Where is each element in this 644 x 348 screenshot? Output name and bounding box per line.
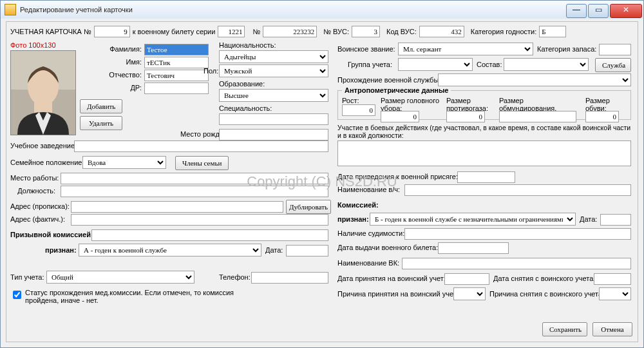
service-pass-select[interactable] (438, 73, 631, 86)
photo-frame (10, 50, 76, 135)
recognized2-select[interactable]: Б - годен к военной службе с незначитель… (370, 213, 576, 226)
addr-reg-label: Адрес (прописка): (10, 202, 70, 210)
birthplace-label: Место рожд: (180, 130, 222, 138)
edu-inst-label: Учебное заведение: (10, 142, 77, 150)
speciality-label: Специальность: (219, 104, 272, 112)
nationality-select[interactable]: Адыгейцы (219, 50, 328, 63)
service-pass-label: Прохождение военной службы: (337, 76, 440, 84)
unit-name-input[interactable] (404, 184, 631, 196)
dereg-reason-label: Причина снятия с воинского учета: (489, 290, 604, 298)
uniform-label: Размер обмундирования, ростовка: (499, 97, 583, 111)
sostav-label: Состав: (477, 61, 502, 68)
series-input[interactable] (218, 26, 245, 37)
lastname-input[interactable] (144, 44, 209, 55)
education-select[interactable]: Высшее (219, 89, 328, 102)
shoes-input[interactable] (585, 111, 619, 122)
height-label: Рост: (342, 97, 378, 104)
recognized2-label: признан: (337, 215, 369, 223)
close-button[interactable]: ✕ (610, 4, 642, 18)
duplicate-address-button[interactable]: Дублировать (286, 200, 331, 214)
head-input[interactable] (381, 111, 419, 122)
education-label: Образование: (219, 80, 265, 88)
sex-select[interactable]: Мужской (219, 64, 328, 77)
midname-input[interactable] (144, 70, 209, 81)
firstname-input[interactable] (144, 57, 209, 68)
card-no-input[interactable] (94, 26, 130, 37)
account-type-label: Тип учета: (10, 273, 44, 281)
draft-commission-input[interactable] (91, 229, 328, 241)
speciality-input[interactable] (219, 113, 328, 125)
sex-label: Пол: (204, 67, 218, 75)
unit-name-label: Наименование в/ч: (337, 186, 400, 193)
oath-date-input[interactable] (457, 171, 515, 183)
reg-reason-select[interactable] (453, 287, 486, 300)
med-status-checkbox[interactable] (13, 291, 21, 299)
mask-input[interactable] (446, 111, 485, 122)
midname-label: Отчество: (103, 71, 142, 79)
birthplace-input[interactable] (219, 129, 328, 140)
service-button[interactable]: Служба (595, 58, 631, 72)
shoes-label: Размер обуви: (585, 97, 624, 111)
reserve-cat-input[interactable] (599, 44, 631, 55)
sostav-select[interactable] (504, 58, 589, 71)
codevus-input[interactable] (419, 26, 464, 37)
reg-reason-label: Причина принятия на воинский учет: (337, 290, 459, 298)
addr-reg-input[interactable] (71, 201, 283, 213)
oath-date-label: Дата приведения к военной присяге: (337, 173, 458, 180)
dr-label: ДР: (103, 84, 142, 92)
anthro-legend: Антропометрические данные (342, 86, 451, 94)
comm2-date-label: Дата: (580, 215, 597, 223)
maximize-button[interactable]: ▭ (588, 4, 609, 18)
reg-date-label: Дата принятия на воинский учет: (337, 275, 446, 282)
nationality-label: Национальность: (219, 41, 276, 49)
app-icon (5, 4, 16, 15)
draft-commission-label: Призывной комиссией: (10, 231, 93, 238)
add-photo-button[interactable]: Добавить (80, 99, 122, 113)
head-label: Размер головного убора: (381, 97, 444, 111)
codevus-label: Код ВУС: (386, 28, 417, 35)
reserve-cat-label: Категория запаса: (537, 45, 596, 53)
minimize-button[interactable]: — (566, 4, 587, 18)
combat-textarea[interactable] (337, 140, 631, 166)
lastname-label: Фамилия: (103, 45, 142, 53)
conviction-input[interactable] (404, 228, 631, 240)
vus-input[interactable] (352, 26, 380, 37)
title-bar: Редактирование учетной карточки — ▭ ✕ (1, 1, 643, 19)
reg-date-input[interactable] (444, 273, 489, 285)
cat-label: Категория годности: (471, 28, 536, 35)
ticket-date-label: Дата выдачи военного билета: (337, 244, 438, 251)
num-input[interactable] (263, 26, 317, 37)
photo-label: Фото 100x130 (10, 41, 56, 49)
dr-input[interactable] (144, 82, 209, 94)
rank-select[interactable]: Мл. сержант (398, 43, 533, 55)
phone-input[interactable] (251, 272, 328, 284)
uniform-input[interactable] (499, 111, 576, 122)
delete-photo-button[interactable]: Удалить (80, 116, 122, 130)
rank-label: Воинское звание: (337, 45, 395, 53)
family-status-label: Семейное положение: (10, 159, 84, 166)
post-label: Должность: (10, 187, 55, 195)
vk-name-input[interactable] (402, 258, 631, 269)
cancel-button[interactable]: Отмена (592, 322, 632, 336)
draft-recognized-select[interactable]: А - годен к военной службе (79, 244, 261, 256)
cat-input[interactable] (539, 26, 566, 37)
family-members-button[interactable]: Члены семьи (175, 156, 229, 170)
height-input[interactable] (342, 104, 375, 116)
account-type-select[interactable]: Общий (46, 271, 194, 284)
photo-image (11, 51, 75, 135)
dereg-reason-select[interactable] (599, 287, 631, 300)
draft-date-input[interactable] (286, 245, 328, 256)
dereg-date-label: Дата снятия с воинского учета: (493, 275, 595, 282)
post-input[interactable] (61, 186, 328, 197)
med-status-text: Статус прохождения мед.комиссии. Если от… (25, 289, 244, 304)
comm2-date-input[interactable] (600, 214, 631, 226)
addr-fact-input[interactable] (71, 214, 328, 226)
ticket-date-input[interactable] (438, 242, 509, 254)
family-status-select[interactable]: Вдова (82, 156, 166, 169)
group-select[interactable] (398, 58, 473, 71)
save-button[interactable]: Сохранить (542, 322, 587, 336)
dereg-date-input[interactable] (594, 273, 631, 285)
edu-inst-input[interactable] (74, 140, 328, 152)
mask-label: Размер противогаза: (446, 97, 497, 111)
workplace-input[interactable] (61, 173, 328, 184)
